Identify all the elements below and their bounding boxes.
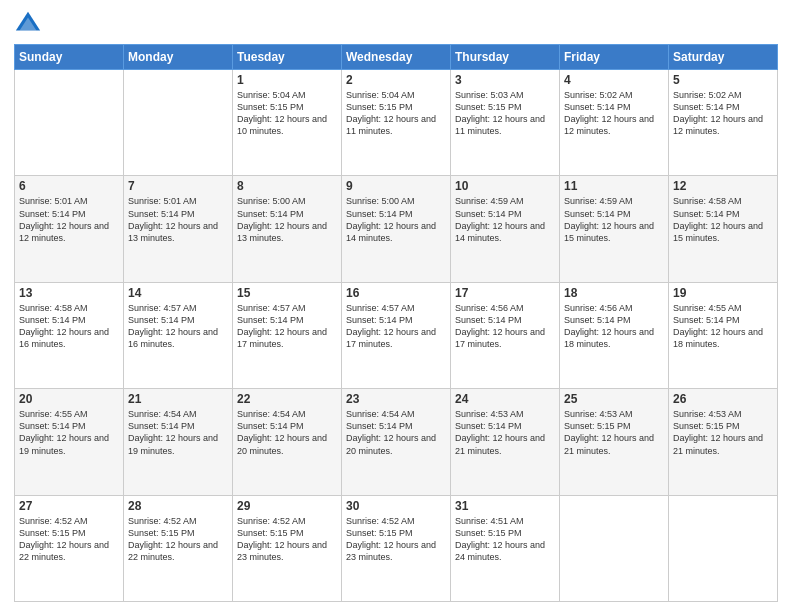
day-number: 21 (128, 392, 228, 406)
day-info: Sunrise: 5:01 AM Sunset: 5:14 PM Dayligh… (128, 195, 228, 244)
day-info: Sunrise: 5:00 AM Sunset: 5:14 PM Dayligh… (346, 195, 446, 244)
day-info: Sunrise: 4:57 AM Sunset: 5:14 PM Dayligh… (237, 302, 337, 351)
day-info: Sunrise: 4:59 AM Sunset: 5:14 PM Dayligh… (455, 195, 555, 244)
day-info: Sunrise: 5:02 AM Sunset: 5:14 PM Dayligh… (564, 89, 664, 138)
day-info: Sunrise: 4:53 AM Sunset: 5:14 PM Dayligh… (455, 408, 555, 457)
calendar-cell: 26Sunrise: 4:53 AM Sunset: 5:15 PM Dayli… (669, 389, 778, 495)
calendar-body: 1Sunrise: 5:04 AM Sunset: 5:15 PM Daylig… (15, 70, 778, 602)
calendar-cell: 25Sunrise: 4:53 AM Sunset: 5:15 PM Dayli… (560, 389, 669, 495)
calendar-cell: 27Sunrise: 4:52 AM Sunset: 5:15 PM Dayli… (15, 495, 124, 601)
calendar-cell: 9Sunrise: 5:00 AM Sunset: 5:14 PM Daylig… (342, 176, 451, 282)
day-number: 20 (19, 392, 119, 406)
day-info: Sunrise: 4:54 AM Sunset: 5:14 PM Dayligh… (237, 408, 337, 457)
day-number: 4 (564, 73, 664, 87)
day-number: 13 (19, 286, 119, 300)
day-number: 26 (673, 392, 773, 406)
day-number: 25 (564, 392, 664, 406)
weekday-header-saturday: Saturday (669, 45, 778, 70)
calendar-cell: 6Sunrise: 5:01 AM Sunset: 5:14 PM Daylig… (15, 176, 124, 282)
calendar-cell: 24Sunrise: 4:53 AM Sunset: 5:14 PM Dayli… (451, 389, 560, 495)
weekday-header-row: SundayMondayTuesdayWednesdayThursdayFrid… (15, 45, 778, 70)
calendar-cell: 7Sunrise: 5:01 AM Sunset: 5:14 PM Daylig… (124, 176, 233, 282)
weekday-header-monday: Monday (124, 45, 233, 70)
day-info: Sunrise: 4:54 AM Sunset: 5:14 PM Dayligh… (346, 408, 446, 457)
day-info: Sunrise: 4:56 AM Sunset: 5:14 PM Dayligh… (564, 302, 664, 351)
calendar-cell: 5Sunrise: 5:02 AM Sunset: 5:14 PM Daylig… (669, 70, 778, 176)
day-number: 7 (128, 179, 228, 193)
logo (14, 10, 44, 38)
day-number: 27 (19, 499, 119, 513)
calendar-cell (669, 495, 778, 601)
calendar-cell (15, 70, 124, 176)
day-number: 31 (455, 499, 555, 513)
weekday-header-friday: Friday (560, 45, 669, 70)
day-number: 16 (346, 286, 446, 300)
day-info: Sunrise: 5:01 AM Sunset: 5:14 PM Dayligh… (19, 195, 119, 244)
day-info: Sunrise: 4:58 AM Sunset: 5:14 PM Dayligh… (673, 195, 773, 244)
calendar-cell: 3Sunrise: 5:03 AM Sunset: 5:15 PM Daylig… (451, 70, 560, 176)
calendar-cell: 23Sunrise: 4:54 AM Sunset: 5:14 PM Dayli… (342, 389, 451, 495)
calendar-cell: 31Sunrise: 4:51 AM Sunset: 5:15 PM Dayli… (451, 495, 560, 601)
day-number: 19 (673, 286, 773, 300)
day-number: 29 (237, 499, 337, 513)
day-info: Sunrise: 4:58 AM Sunset: 5:14 PM Dayligh… (19, 302, 119, 351)
calendar-cell: 4Sunrise: 5:02 AM Sunset: 5:14 PM Daylig… (560, 70, 669, 176)
calendar-cell: 21Sunrise: 4:54 AM Sunset: 5:14 PM Dayli… (124, 389, 233, 495)
calendar-cell: 22Sunrise: 4:54 AM Sunset: 5:14 PM Dayli… (233, 389, 342, 495)
day-number: 24 (455, 392, 555, 406)
day-number: 10 (455, 179, 555, 193)
calendar-cell (560, 495, 669, 601)
day-number: 15 (237, 286, 337, 300)
calendar-cell: 19Sunrise: 4:55 AM Sunset: 5:14 PM Dayli… (669, 282, 778, 388)
calendar-week-1: 6Sunrise: 5:01 AM Sunset: 5:14 PM Daylig… (15, 176, 778, 282)
calendar-cell: 30Sunrise: 4:52 AM Sunset: 5:15 PM Dayli… (342, 495, 451, 601)
day-number: 18 (564, 286, 664, 300)
day-info: Sunrise: 4:57 AM Sunset: 5:14 PM Dayligh… (346, 302, 446, 351)
day-number: 8 (237, 179, 337, 193)
day-number: 12 (673, 179, 773, 193)
day-info: Sunrise: 4:55 AM Sunset: 5:14 PM Dayligh… (19, 408, 119, 457)
day-number: 14 (128, 286, 228, 300)
day-info: Sunrise: 5:04 AM Sunset: 5:15 PM Dayligh… (346, 89, 446, 138)
day-info: Sunrise: 4:51 AM Sunset: 5:15 PM Dayligh… (455, 515, 555, 564)
day-info: Sunrise: 5:02 AM Sunset: 5:14 PM Dayligh… (673, 89, 773, 138)
calendar-cell (124, 70, 233, 176)
logo-icon (14, 10, 42, 38)
calendar-cell: 29Sunrise: 4:52 AM Sunset: 5:15 PM Dayli… (233, 495, 342, 601)
day-number: 5 (673, 73, 773, 87)
weekday-header-wednesday: Wednesday (342, 45, 451, 70)
calendar-cell: 11Sunrise: 4:59 AM Sunset: 5:14 PM Dayli… (560, 176, 669, 282)
day-info: Sunrise: 4:56 AM Sunset: 5:14 PM Dayligh… (455, 302, 555, 351)
calendar-week-2: 13Sunrise: 4:58 AM Sunset: 5:14 PM Dayli… (15, 282, 778, 388)
day-number: 9 (346, 179, 446, 193)
day-info: Sunrise: 4:53 AM Sunset: 5:15 PM Dayligh… (564, 408, 664, 457)
day-info: Sunrise: 4:52 AM Sunset: 5:15 PM Dayligh… (128, 515, 228, 564)
header (14, 10, 778, 38)
calendar-cell: 15Sunrise: 4:57 AM Sunset: 5:14 PM Dayli… (233, 282, 342, 388)
day-number: 3 (455, 73, 555, 87)
day-info: Sunrise: 4:54 AM Sunset: 5:14 PM Dayligh… (128, 408, 228, 457)
day-info: Sunrise: 4:53 AM Sunset: 5:15 PM Dayligh… (673, 408, 773, 457)
day-number: 1 (237, 73, 337, 87)
day-number: 6 (19, 179, 119, 193)
day-number: 2 (346, 73, 446, 87)
day-info: Sunrise: 5:03 AM Sunset: 5:15 PM Dayligh… (455, 89, 555, 138)
calendar-cell: 17Sunrise: 4:56 AM Sunset: 5:14 PM Dayli… (451, 282, 560, 388)
day-info: Sunrise: 5:04 AM Sunset: 5:15 PM Dayligh… (237, 89, 337, 138)
day-number: 28 (128, 499, 228, 513)
calendar-week-3: 20Sunrise: 4:55 AM Sunset: 5:14 PM Dayli… (15, 389, 778, 495)
weekday-header-tuesday: Tuesday (233, 45, 342, 70)
calendar-cell: 1Sunrise: 5:04 AM Sunset: 5:15 PM Daylig… (233, 70, 342, 176)
calendar-cell: 10Sunrise: 4:59 AM Sunset: 5:14 PM Dayli… (451, 176, 560, 282)
day-number: 22 (237, 392, 337, 406)
calendar-cell: 8Sunrise: 5:00 AM Sunset: 5:14 PM Daylig… (233, 176, 342, 282)
calendar-table: SundayMondayTuesdayWednesdayThursdayFrid… (14, 44, 778, 602)
day-number: 23 (346, 392, 446, 406)
day-number: 11 (564, 179, 664, 193)
calendar-cell: 14Sunrise: 4:57 AM Sunset: 5:14 PM Dayli… (124, 282, 233, 388)
calendar-cell: 2Sunrise: 5:04 AM Sunset: 5:15 PM Daylig… (342, 70, 451, 176)
weekday-header-thursday: Thursday (451, 45, 560, 70)
calendar-week-4: 27Sunrise: 4:52 AM Sunset: 5:15 PM Dayli… (15, 495, 778, 601)
day-number: 17 (455, 286, 555, 300)
calendar-cell: 13Sunrise: 4:58 AM Sunset: 5:14 PM Dayli… (15, 282, 124, 388)
